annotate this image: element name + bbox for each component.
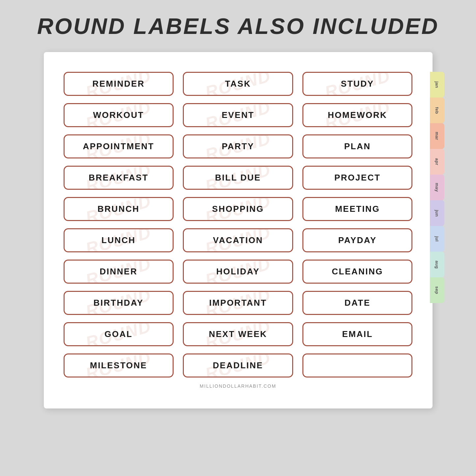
label-text: BREAKFAST <box>89 173 148 183</box>
label-text: APPOINTMENT <box>83 141 154 152</box>
label-pill: RoundLUNCH <box>64 228 174 252</box>
tab-feb: feb <box>430 98 444 123</box>
label-pill: RoundBREAKFAST <box>64 166 174 190</box>
label-text: PLAN <box>344 141 371 152</box>
label-text: BILL DUE <box>215 173 261 183</box>
label-text: DATE <box>345 298 371 308</box>
label-pill <box>302 353 413 378</box>
label-text: EVENT <box>222 110 254 120</box>
tab-aug: aug <box>430 252 444 277</box>
label-text: DINNER <box>99 266 137 277</box>
tab-jun: jun <box>430 200 444 226</box>
footer-text: MILLIONDOLLARHABIT.COM <box>64 383 413 389</box>
tab-jan: jan <box>430 72 444 98</box>
label-text: PARTY <box>222 141 254 152</box>
label-pill: CLEANING <box>302 260 413 284</box>
label-pill: RoundDINNER <box>64 260 174 284</box>
label-pill: RoundAPPOINTMENT <box>64 134 174 158</box>
label-pill: RoundHOMEWORK <box>302 103 413 127</box>
label-text: MILESTONE <box>90 360 147 371</box>
label-text: IMPORTANT <box>209 298 267 308</box>
label-text: VACATION <box>213 235 263 245</box>
label-pill: RoundSTUDY <box>302 72 413 96</box>
label-pill: RoundBRUNCH <box>64 197 174 221</box>
label-pill: MEETING <box>302 197 413 221</box>
label-text: SHOPPING <box>212 204 264 214</box>
label-pill: RoundPARTY <box>183 134 293 158</box>
label-pill: PROJECT <box>302 166 413 190</box>
tab-mar: mar <box>430 123 444 149</box>
label-text: NEXT WEEK <box>209 329 267 339</box>
label-pill: RoundWORKOUT <box>64 103 174 127</box>
label-pill: PAYDAY <box>302 228 413 252</box>
label-pill: RoundTASK <box>183 72 293 96</box>
labels-grid: RoundREMINDERRoundTASKRoundSTUDYRoundWOR… <box>64 72 413 378</box>
label-text: LUNCH <box>101 235 136 245</box>
tab-may: may <box>430 175 444 200</box>
label-text: HOLIDAY <box>216 266 260 277</box>
month-tabs: janfebmaraprmayjunjulaugsep <box>430 72 444 303</box>
label-pill: RoundDEADLINE <box>183 353 293 378</box>
paper-sheet: janfebmaraprmayjunjulaugsep RoundREMINDE… <box>44 52 433 408</box>
label-pill: DATE <box>302 291 413 315</box>
label-pill: RoundHOLIDAY <box>183 260 293 284</box>
label-pill: EMAIL <box>302 322 413 346</box>
label-text: TASK <box>225 79 251 89</box>
label-pill: RoundBILL DUE <box>183 166 293 190</box>
label-text: MEETING <box>335 204 380 214</box>
tab-apr: apr <box>430 149 444 175</box>
label-pill: RoundNEXT WEEK <box>183 322 293 346</box>
page-title: ROUND LABELS ALSO INCLUDED <box>37 13 439 39</box>
label-text: PAYDAY <box>338 235 377 245</box>
label-text: REMINDER <box>92 79 145 89</box>
label-pill: RoundIMPORTANT <box>183 291 293 315</box>
label-text: CLEANING <box>332 266 383 277</box>
label-pill: RoundSHOPPING <box>183 197 293 221</box>
tab-jul: jul <box>430 226 444 252</box>
label-text: BIRTHDAY <box>94 298 144 308</box>
label-pill: RoundEVENT <box>183 103 293 127</box>
label-text: WORKOUT <box>93 110 144 120</box>
label-pill: RoundMILESTONE <box>64 353 174 378</box>
label-pill: RoundVACATION <box>183 228 293 252</box>
label-pill: PLAN <box>302 134 413 158</box>
label-text: PROJECT <box>334 173 380 183</box>
label-text: DEADLINE <box>213 360 263 371</box>
label-text: EMAIL <box>342 329 373 339</box>
tab-sep: sep <box>430 277 444 303</box>
label-pill: RoundREMINDER <box>64 72 174 96</box>
label-pill: RoundBIRTHDAY <box>64 291 174 315</box>
label-text: HOMEWORK <box>328 110 387 120</box>
label-text: BRUNCH <box>98 204 140 214</box>
label-text: STUDY <box>341 79 374 89</box>
label-pill: RoundGOAL <box>64 322 174 346</box>
label-text: GOAL <box>104 329 132 339</box>
